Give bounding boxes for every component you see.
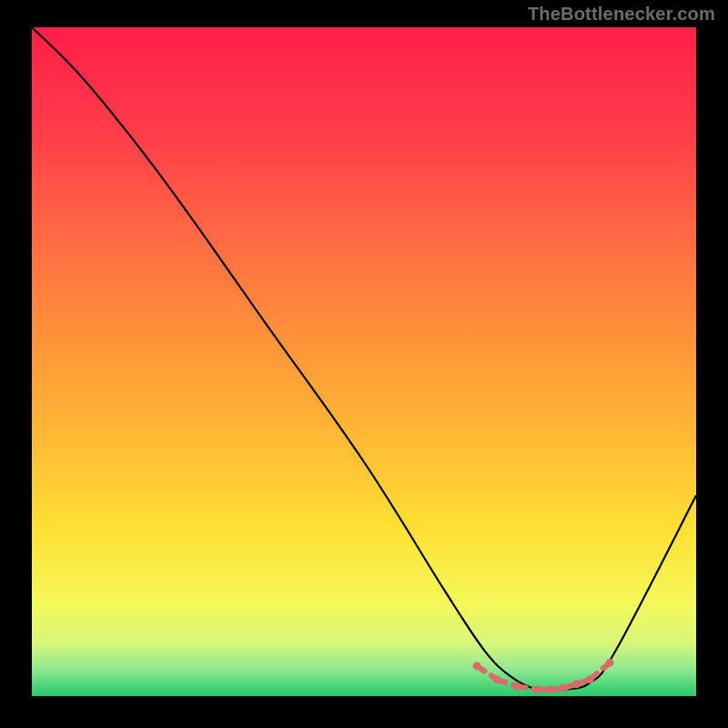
svg-point-16 [606, 659, 614, 667]
gradient-background [32, 27, 696, 696]
watermark-text: TheBottlenecker.com [528, 4, 715, 25]
svg-point-9 [546, 685, 554, 693]
plot-area [32, 27, 696, 696]
svg-point-15 [586, 675, 594, 683]
chart-svg [32, 27, 696, 696]
svg-point-1 [473, 662, 481, 670]
svg-point-13 [572, 680, 581, 688]
svg-point-5 [512, 682, 521, 690]
svg-point-11 [560, 684, 568, 693]
svg-point-7 [532, 685, 541, 693]
svg-point-3 [493, 675, 501, 683]
chart-container: TheBottlenecker.com [0, 0, 728, 728]
